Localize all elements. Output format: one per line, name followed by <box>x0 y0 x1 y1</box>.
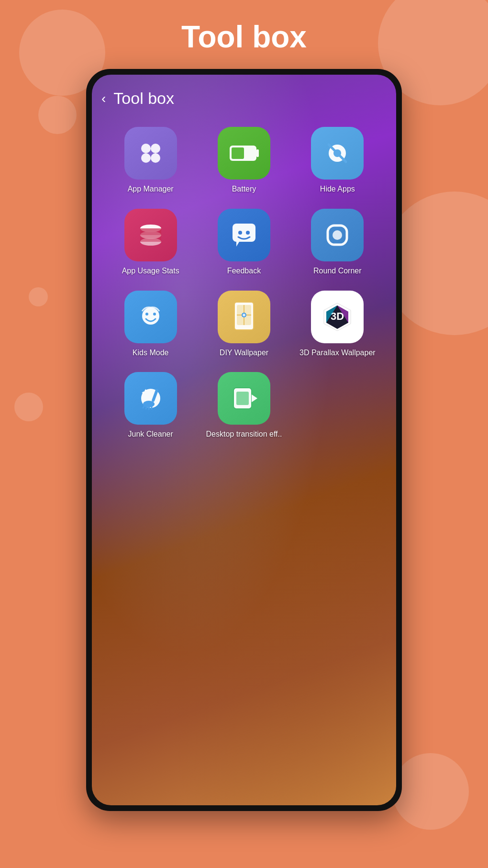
app-grid: App Manager Battery <box>101 127 387 440</box>
svg-point-21 <box>142 307 159 325</box>
app-label-diy-wallpaper: DIY Wallpaper <box>220 348 268 358</box>
app-icon-diy-wallpaper <box>218 291 270 343</box>
app-item-desktop-transition[interactable]: Desktop transition eff.. <box>200 372 288 440</box>
app-icon-app-manager <box>124 127 177 180</box>
app-item-3d-parallax[interactable]: 3D 3D Parallax Wallpaper <box>293 291 382 358</box>
svg-rect-47 <box>236 392 249 405</box>
svg-point-3 <box>151 153 160 163</box>
svg-point-17 <box>238 231 242 235</box>
app-label-feedback: Feedback <box>227 266 261 276</box>
svg-rect-14 <box>140 235 161 242</box>
app-item-feedback[interactable]: Feedback <box>200 209 288 276</box>
app-icon-feedback <box>218 209 270 261</box>
svg-point-20 <box>333 230 342 240</box>
svg-rect-5 <box>256 149 259 157</box>
app-label-desktop-transition: Desktop transition eff.. <box>206 429 282 440</box>
app-item-battery[interactable]: Battery <box>200 127 288 194</box>
svg-rect-6 <box>232 147 244 159</box>
app-icon-round-corner <box>311 209 364 261</box>
svg-point-22 <box>145 313 148 316</box>
svg-marker-48 <box>252 395 257 402</box>
app-label-hide-apps: Hide Apps <box>320 184 355 194</box>
app-label-junk-cleaner: Junk Cleaner <box>128 429 173 440</box>
svg-line-42 <box>149 406 149 409</box>
screen-title: Tool box <box>113 89 174 108</box>
svg-text:✦: ✦ <box>144 388 147 393</box>
svg-rect-13 <box>140 228 161 235</box>
phone-screen: ‹ Tool box App Manager <box>92 75 396 805</box>
app-label-app-manager: App Manager <box>128 184 174 194</box>
app-label-kids-mode: Kids Mode <box>133 348 169 358</box>
app-icon-desktop-transition <box>218 372 270 425</box>
app-item-round-corner[interactable]: Round Corner <box>293 209 382 276</box>
app-icon-junk-cleaner: ✦ ✦ <box>124 372 177 425</box>
app-item-app-manager[interactable]: App Manager <box>106 127 195 194</box>
svg-point-2 <box>141 153 151 163</box>
app-item-app-usage-stats[interactable]: App Usage Stats <box>106 209 195 276</box>
app-icon-3d-parallax: 3D <box>311 291 364 343</box>
svg-line-40 <box>143 405 145 408</box>
svg-marker-16 <box>236 242 239 247</box>
app-label-round-corner: Round Corner <box>313 266 362 276</box>
svg-point-0 <box>141 144 151 153</box>
app-icon-app-usage <box>124 209 177 261</box>
app-icon-battery <box>218 127 270 180</box>
svg-point-1 <box>151 144 160 153</box>
app-item-hide-apps[interactable]: Hide Apps <box>293 127 382 194</box>
app-item-diy-wallpaper[interactable]: DIY Wallpaper <box>200 291 288 358</box>
app-item-kids-mode[interactable]: Kids Mode <box>106 291 195 358</box>
top-bar: ‹ Tool box <box>101 89 387 108</box>
svg-point-23 <box>153 313 156 316</box>
app-icon-kids-mode <box>124 291 177 343</box>
back-button[interactable]: ‹ <box>101 91 106 106</box>
svg-point-18 <box>246 231 250 235</box>
app-label-app-usage-stats: App Usage Stats <box>122 266 179 276</box>
svg-line-41 <box>146 406 147 409</box>
page-title: Tool box <box>181 19 307 55</box>
phone-frame: ‹ Tool box App Manager <box>86 69 402 811</box>
app-item-junk-cleaner[interactable]: ✦ ✦ Junk Cleaner <box>106 372 195 440</box>
app-icon-hide-apps <box>311 127 364 180</box>
app-label-battery: Battery <box>232 184 256 194</box>
app-label-3d-parallax: 3D Parallax Wallpaper <box>299 348 376 358</box>
